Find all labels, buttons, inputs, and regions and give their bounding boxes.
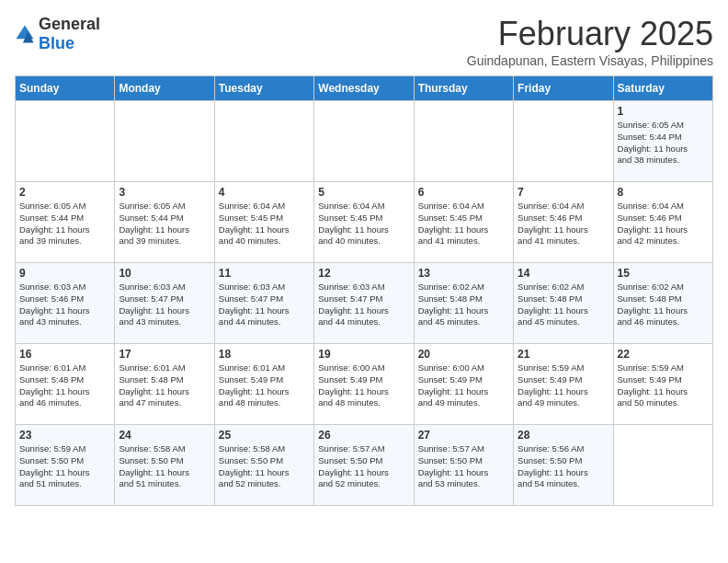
calendar-cell: 26Sunrise: 5:57 AM Sunset: 5:50 PM Dayli…: [314, 425, 414, 506]
logo-general: General: [39, 15, 100, 33]
month-title: February 2025: [467, 15, 713, 53]
calendar-cell: [514, 101, 613, 182]
day-number: 25: [219, 429, 310, 442]
day-number: 23: [19, 429, 110, 442]
day-number: 3: [119, 186, 210, 199]
calendar-table: SundayMondayTuesdayWednesdayThursdayFrid…: [15, 75, 713, 506]
calendar-cell: 3Sunrise: 6:05 AM Sunset: 5:44 PM Daylig…: [115, 182, 214, 263]
day-info: Sunrise: 6:03 AM Sunset: 5:47 PM Dayligh…: [219, 282, 310, 328]
calendar-cell: 7Sunrise: 6:04 AM Sunset: 5:46 PM Daylig…: [514, 182, 613, 263]
day-number: 13: [418, 267, 509, 280]
day-number: 16: [19, 348, 110, 361]
day-info: Sunrise: 5:59 AM Sunset: 5:50 PM Dayligh…: [19, 443, 110, 490]
day-info: Sunrise: 6:00 AM Sunset: 5:49 PM Dayligh…: [418, 362, 509, 409]
calendar-header-wednesday: Wednesday: [314, 76, 414, 101]
day-number: 10: [119, 267, 210, 280]
day-number: 26: [318, 429, 409, 442]
calendar-header-sunday: Sunday: [16, 76, 115, 101]
calendar-cell: 19Sunrise: 6:00 AM Sunset: 5:49 PM Dayli…: [314, 344, 414, 425]
day-number: 12: [318, 267, 409, 280]
logo: General Blue: [15, 15, 100, 53]
day-info: Sunrise: 6:02 AM Sunset: 5:48 PM Dayligh…: [418, 282, 509, 328]
day-number: 22: [618, 348, 709, 361]
calendar-cell: [115, 101, 214, 182]
day-info: Sunrise: 6:02 AM Sunset: 5:48 PM Dayligh…: [518, 282, 609, 328]
day-info: Sunrise: 5:59 AM Sunset: 5:49 PM Dayligh…: [518, 362, 609, 409]
logo-text: General Blue: [39, 15, 100, 53]
title-block: February 2025 Guindapunan, Eastern Visay…: [467, 15, 713, 68]
calendar-cell: 20Sunrise: 6:00 AM Sunset: 5:49 PM Dayli…: [414, 344, 513, 425]
calendar-week-2: 2Sunrise: 6:05 AM Sunset: 5:44 PM Daylig…: [16, 182, 713, 263]
day-number: 11: [219, 267, 310, 280]
calendar-cell: 4Sunrise: 6:04 AM Sunset: 5:45 PM Daylig…: [214, 182, 313, 263]
day-info: Sunrise: 5:58 AM Sunset: 5:50 PM Dayligh…: [119, 443, 210, 490]
day-info: Sunrise: 5:59 AM Sunset: 5:49 PM Dayligh…: [618, 362, 709, 409]
calendar-cell: [214, 101, 313, 182]
day-info: Sunrise: 6:05 AM Sunset: 5:44 PM Dayligh…: [119, 201, 210, 247]
day-number: 18: [219, 348, 310, 361]
day-info: Sunrise: 6:04 AM Sunset: 5:45 PM Dayligh…: [318, 201, 409, 247]
calendar-cell: 21Sunrise: 5:59 AM Sunset: 5:49 PM Dayli…: [514, 344, 613, 425]
day-number: 19: [318, 348, 409, 361]
day-number: 5: [318, 186, 409, 199]
calendar-cell: [16, 101, 115, 182]
day-info: Sunrise: 6:01 AM Sunset: 5:48 PM Dayligh…: [19, 362, 110, 409]
calendar-header-row: SundayMondayTuesdayWednesdayThursdayFrid…: [16, 76, 713, 101]
calendar-cell: 2Sunrise: 6:05 AM Sunset: 5:44 PM Daylig…: [16, 182, 115, 263]
day-info: Sunrise: 6:04 AM Sunset: 5:46 PM Dayligh…: [518, 201, 609, 247]
calendar-cell: 28Sunrise: 5:56 AM Sunset: 5:50 PM Dayli…: [514, 425, 613, 506]
day-info: Sunrise: 6:02 AM Sunset: 5:48 PM Dayligh…: [618, 282, 709, 328]
calendar-week-1: 1Sunrise: 6:05 AM Sunset: 5:44 PM Daylig…: [16, 101, 713, 182]
day-number: 24: [119, 429, 210, 442]
day-number: 15: [618, 267, 709, 280]
day-info: Sunrise: 6:03 AM Sunset: 5:46 PM Dayligh…: [19, 282, 110, 328]
calendar-cell: [314, 101, 414, 182]
day-number: 27: [418, 429, 509, 442]
calendar-cell: [414, 101, 513, 182]
day-info: Sunrise: 6:05 AM Sunset: 5:44 PM Dayligh…: [618, 120, 709, 167]
calendar-cell: 6Sunrise: 6:04 AM Sunset: 5:45 PM Daylig…: [414, 182, 513, 263]
calendar-cell: 22Sunrise: 5:59 AM Sunset: 5:49 PM Dayli…: [613, 344, 712, 425]
day-info: Sunrise: 6:04 AM Sunset: 5:46 PM Dayligh…: [618, 201, 709, 247]
calendar-cell: 9Sunrise: 6:03 AM Sunset: 5:46 PM Daylig…: [16, 263, 115, 344]
calendar-cell: 1Sunrise: 6:05 AM Sunset: 5:44 PM Daylig…: [613, 101, 712, 182]
day-number: 21: [518, 348, 609, 361]
calendar-cell: 5Sunrise: 6:04 AM Sunset: 5:45 PM Daylig…: [314, 182, 414, 263]
calendar-cell: 24Sunrise: 5:58 AM Sunset: 5:50 PM Dayli…: [115, 425, 214, 506]
logo-blue: Blue: [39, 34, 74, 52]
calendar-cell: 13Sunrise: 6:02 AM Sunset: 5:48 PM Dayli…: [414, 263, 513, 344]
day-info: Sunrise: 6:05 AM Sunset: 5:44 PM Dayligh…: [19, 201, 110, 247]
calendar-week-3: 9Sunrise: 6:03 AM Sunset: 5:46 PM Daylig…: [16, 263, 713, 344]
day-number: 9: [19, 267, 110, 280]
day-number: 28: [518, 429, 609, 442]
day-info: Sunrise: 6:00 AM Sunset: 5:49 PM Dayligh…: [318, 362, 409, 409]
calendar-cell: 27Sunrise: 5:57 AM Sunset: 5:50 PM Dayli…: [414, 425, 513, 506]
day-number: 14: [518, 267, 609, 280]
day-info: Sunrise: 6:03 AM Sunset: 5:47 PM Dayligh…: [119, 282, 210, 328]
day-info: Sunrise: 5:58 AM Sunset: 5:50 PM Dayligh…: [219, 443, 310, 490]
day-info: Sunrise: 5:57 AM Sunset: 5:50 PM Dayligh…: [318, 443, 409, 490]
day-number: 8: [618, 186, 709, 199]
calendar-header-friday: Friday: [514, 76, 613, 101]
day-info: Sunrise: 6:01 AM Sunset: 5:48 PM Dayligh…: [119, 362, 210, 409]
calendar-cell: 16Sunrise: 6:01 AM Sunset: 5:48 PM Dayli…: [16, 344, 115, 425]
day-number: 7: [518, 186, 609, 199]
calendar-header-saturday: Saturday: [613, 76, 712, 101]
calendar-cell: 25Sunrise: 5:58 AM Sunset: 5:50 PM Dayli…: [214, 425, 313, 506]
calendar-cell: 17Sunrise: 6:01 AM Sunset: 5:48 PM Dayli…: [115, 344, 214, 425]
calendar-week-5: 23Sunrise: 5:59 AM Sunset: 5:50 PM Dayli…: [16, 425, 713, 506]
logo-icon: [15, 24, 35, 44]
location-subtitle: Guindapunan, Eastern Visayas, Philippine…: [467, 53, 713, 68]
calendar-cell: 15Sunrise: 6:02 AM Sunset: 5:48 PM Dayli…: [613, 263, 712, 344]
day-info: Sunrise: 5:56 AM Sunset: 5:50 PM Dayligh…: [518, 443, 609, 490]
day-number: 2: [19, 186, 110, 199]
calendar-cell: 12Sunrise: 6:03 AM Sunset: 5:47 PM Dayli…: [314, 263, 414, 344]
day-info: Sunrise: 6:03 AM Sunset: 5:47 PM Dayligh…: [318, 282, 409, 328]
day-number: 1: [618, 105, 709, 118]
calendar-cell: [613, 425, 712, 506]
calendar-cell: 23Sunrise: 5:59 AM Sunset: 5:50 PM Dayli…: [16, 425, 115, 506]
day-info: Sunrise: 6:01 AM Sunset: 5:49 PM Dayligh…: [219, 362, 310, 409]
day-info: Sunrise: 6:04 AM Sunset: 5:45 PM Dayligh…: [418, 201, 509, 247]
calendar-cell: 14Sunrise: 6:02 AM Sunset: 5:48 PM Dayli…: [514, 263, 613, 344]
svg-marker-0: [16, 25, 33, 39]
